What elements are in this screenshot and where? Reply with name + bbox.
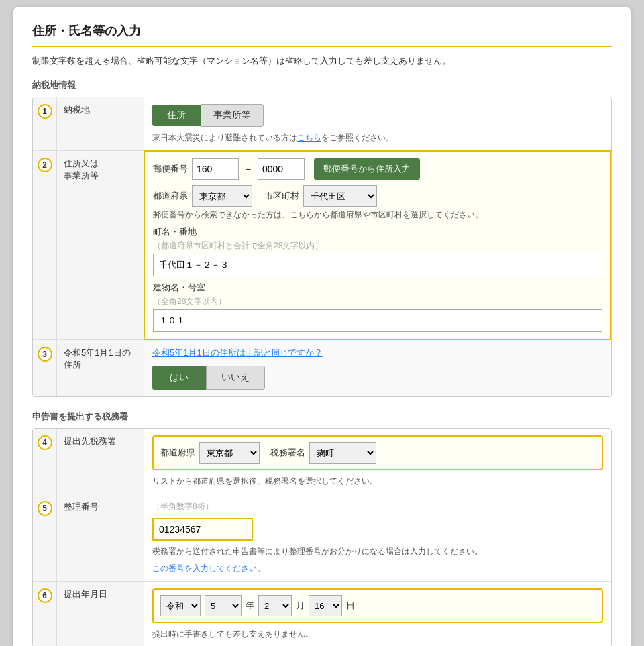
circle-2: 2	[38, 158, 52, 172]
postal-row: 郵便番号 － 郵便番号から住所入力	[153, 158, 602, 180]
seiri-input[interactable]	[152, 518, 253, 541]
row3-label: 令和5年1月1日の住所	[57, 340, 144, 396]
city-select[interactable]: 千代田区 中央区 港区	[303, 185, 377, 207]
row2-content: 郵便番号 － 郵便番号から住所入力 都道府県 東京都 大阪府 神奈川県	[144, 150, 612, 340]
town-input[interactable]	[153, 254, 602, 276]
circle-3: 3	[38, 347, 52, 362]
row6-date-box: 令和 平成 1234567 年 123456789101112 月 123456…	[152, 588, 603, 623]
row6-hint: 提出時に手書きしても差し支えありません。	[152, 629, 603, 640]
postal-dash: －	[243, 162, 254, 176]
row5-hint-top: （半角数字8桁）	[152, 501, 603, 513]
disaster-link[interactable]: こちら	[297, 133, 321, 142]
section1-label: 納税地情報	[32, 79, 612, 91]
postal-input1[interactable]	[192, 158, 239, 180]
row5-number: 5	[33, 494, 57, 581]
row4-hint: リストから都道府県を選択後、税務署名を選択してください。	[152, 476, 603, 487]
question-text2: ですか？	[288, 347, 323, 358]
notice-text: 制限文字数を超える場合、省略可能な文字（マンション名等）は省略して入力しても差し…	[32, 55, 612, 67]
pref-section: 都道府県 東京都 大阪府 神奈川県 市区町村 千代田区 中央区 港区	[153, 185, 602, 221]
building-label: 建物名・号室	[153, 282, 602, 294]
row2-label: 住所又は 事業所等	[57, 151, 144, 339]
row2-number: 2	[33, 151, 57, 339]
btn-yes[interactable]: はい	[152, 366, 206, 390]
row-4: 4 提出先税務署 都道府県 東京都 大阪府 税務署名 麹町 神田 日本橋	[33, 429, 611, 494]
building-section: 建物名・号室 （全角28文字以内）	[153, 282, 602, 332]
row4-office-label: 税務署名	[270, 447, 305, 459]
section2-label: 申告書を提出する税務署	[32, 411, 612, 423]
btn-jyusho[interactable]: 住所	[152, 105, 201, 126]
row3-content: 令和5年1月1日の住所は上記と同じですか？ はい いいえ	[144, 340, 611, 396]
disaster-notice: 東日本大震災により避難されている方はこちらをご参照ください。	[152, 132, 603, 144]
nouzei-row: 住所 事業所等	[152, 104, 603, 127]
row6-label: 提出年月日	[57, 582, 144, 646]
disaster-text: 東日本大震災により避難されている方は	[152, 133, 297, 142]
circle-1: 1	[38, 104, 52, 119]
circle-6: 6	[38, 588, 52, 603]
row6-content: 令和 平成 1234567 年 123456789101112 月 123456…	[144, 582, 611, 646]
btn-no[interactable]: いいえ	[206, 366, 265, 390]
disaster-text2: をご参照ください。	[321, 133, 394, 142]
pref-city-row: 都道府県 東京都 大阪府 神奈川県 市区町村 千代田区 中央区 港区	[153, 185, 602, 207]
year-label: 年	[246, 600, 254, 612]
circle-5: 5	[38, 501, 52, 516]
row-1: 1 納税地 住所 事業所等 東日本大震災により避難されている方はこちらをご参照く…	[33, 97, 611, 151]
year-select[interactable]: 1234567	[205, 595, 241, 616]
town-section: 町名・番地 （都道府県市区町村と合計で全角28文字以内）	[153, 226, 602, 276]
row4-content: 都道府県 東京都 大阪府 税務署名 麹町 神田 日本橋 リストから都道府県を選択…	[144, 429, 611, 494]
building-input[interactable]	[153, 309, 602, 332]
month-label: 月	[296, 600, 305, 612]
r5-question: 令和5年1月1日の住所は上記と同じですか？	[152, 347, 603, 359]
row1-label: 納税地	[57, 97, 144, 150]
postal-search-btn[interactable]: 郵便番号から住所入力	[314, 158, 420, 180]
row5-input-wrap	[152, 518, 603, 541]
row4-highlight: 都道府県 東京都 大阪府 税務署名 麹町 神田 日本橋	[152, 435, 603, 470]
question-text: 令和5年1月1日の住所は上記と	[152, 347, 272, 358]
page-title: 住所・氏名等の入力	[32, 23, 612, 47]
day-select[interactable]: 1234567891011121314151617181920	[309, 595, 342, 616]
row-3: 3 令和5年1月1日の住所 令和5年1月1日の住所は上記と同じですか？ はい い…	[33, 340, 611, 396]
row1-content: 住所 事業所等 東日本大震災により避難されている方はこちらをご参照ください。	[144, 97, 611, 150]
row4-office-select[interactable]: 麹町 神田 日本橋	[309, 442, 376, 464]
row4-pref-select[interactable]: 東京都 大阪府	[199, 442, 260, 464]
row1-number: 1	[33, 97, 57, 150]
row-2: 2 住所又は 事業所等 郵便番号 － 郵便番号から住所入力 都道府県	[33, 151, 611, 340]
row-6: 6 提出年月日 令和 平成 1234567 年 123456789101112	[33, 582, 611, 646]
era-select[interactable]: 令和 平成	[160, 595, 201, 616]
building-hint: （全角28文字以内）	[153, 296, 602, 307]
pref-label: 都道府県	[153, 190, 188, 202]
row5-link[interactable]: この番号を入力してください。	[152, 563, 603, 574]
pref-select[interactable]: 東京都 大阪府 神奈川県	[192, 185, 252, 207]
question-link[interactable]: 同じ	[272, 348, 288, 358]
row4-number: 4	[33, 429, 57, 494]
row5-content: （半角数字8桁） 税務署から送付された申告書等により整理番号がお分かりになる場合…	[144, 494, 611, 581]
day-label: 日	[346, 600, 355, 612]
postal-input2[interactable]	[258, 158, 305, 180]
row5-label: 整理番号	[57, 494, 144, 581]
row-5: 5 整理番号 （半角数字8桁） 税務署から送付された申告書等により整理番号がお分…	[33, 494, 611, 582]
main-container: 住所・氏名等の入力 制限文字数を超える場合、省略可能な文字（マンション名等）は省…	[13, 7, 631, 646]
form-section-2: 4 提出先税務署 都道府県 東京都 大阪府 税務署名 麹町 神田 日本橋	[32, 428, 612, 646]
town-hint: （都道府県市区町村と合計で全角28文字以内）	[153, 240, 602, 252]
row6-number: 6	[33, 582, 57, 646]
row5-hint1: 税務署から送付された申告書等により整理番号がお分かりになる場合は入力してください…	[152, 546, 603, 557]
city-label: 市区町村	[264, 190, 299, 202]
row4-label: 提出先税務署	[57, 429, 144, 494]
btn-jigyosho[interactable]: 事業所等	[201, 104, 264, 127]
row4-pref-label: 都道府県	[160, 447, 195, 459]
pref-notice: 郵便番号から検索できなかった方は、こちらから都道府県や市区町村を選択してください…	[153, 209, 602, 221]
town-label: 町名・番地	[153, 226, 602, 238]
r5-buttons: はい いいえ	[152, 366, 603, 390]
circle-4: 4	[38, 435, 52, 450]
month-select[interactable]: 123456789101112	[258, 595, 292, 616]
form-section-1: 1 納税地 住所 事業所等 東日本大震災により避難されている方はこちらをご参照く…	[32, 97, 612, 397]
postal-label: 郵便番号	[153, 163, 188, 175]
row3-number: 3	[33, 340, 57, 396]
